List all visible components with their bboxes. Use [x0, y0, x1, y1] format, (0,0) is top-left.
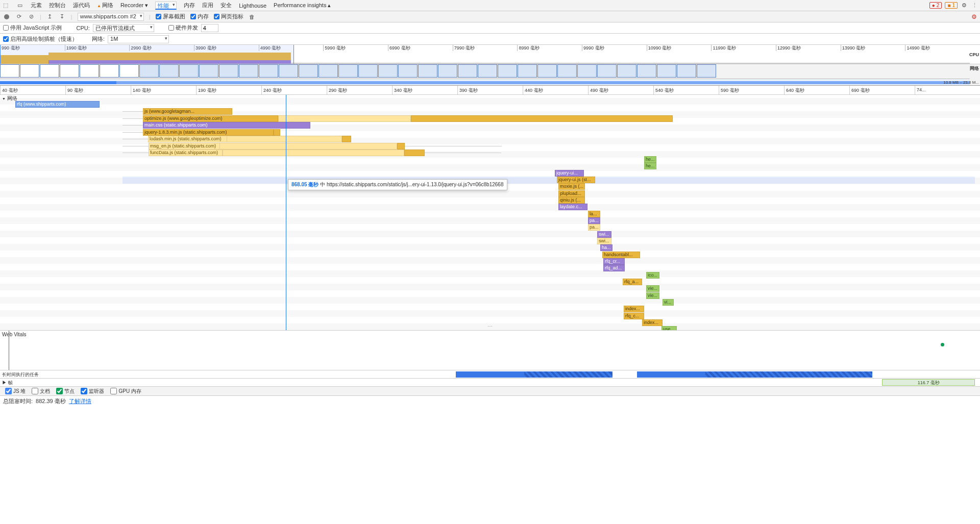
download-icon[interactable]: ↧ — [59, 13, 66, 20]
tab-recorder[interactable]: Recorder ▾ — [120, 2, 148, 9]
target-select[interactable]: www.shipparts.com #2 — [78, 13, 144, 21]
network-request[interactable]: index... — [642, 319, 663, 326]
network-request[interactable]: qiniu.js (... — [558, 197, 585, 204]
network-request-segment[interactable] — [278, 115, 411, 122]
network-request[interactable]: jquery-ui... — [555, 170, 584, 177]
disable-js-checkbox[interactable]: 停用 JavaScript 示例 — [3, 24, 62, 32]
network-request[interactable]: rfq_a... — [623, 279, 642, 285]
flame-chart[interactable]: 40 毫秒90 毫秒140 毫秒190 毫秒240 毫秒290 毫秒340 毫秒… — [0, 86, 980, 331]
web-vitals-lane[interactable]: Web Vitals — [0, 331, 980, 370]
device-icon[interactable]: ▭ — [16, 2, 23, 9]
memory-legend: JS 堆文档节点监听器GPU 内存 — [0, 387, 980, 396]
network-request[interactable]: use... — [662, 326, 677, 331]
tab-perf-insights[interactable]: Performance insights ▴ — [274, 2, 331, 9]
legend-item[interactable]: 节点 — [54, 388, 77, 395]
net-throttle-select[interactable]: 1M — [108, 35, 169, 43]
tab-elements[interactable]: 元素 — [31, 2, 42, 9]
tab-memory[interactable]: 内存 — [184, 2, 195, 9]
network-request[interactable]: handsontabl... — [602, 252, 640, 258]
tbt-value: 882.39 毫秒 — [36, 397, 66, 405]
legend-item[interactable]: 文档 — [30, 388, 52, 395]
network-request-segment[interactable] — [397, 143, 405, 149]
network-request[interactable]: jquery-1.8.3.min.js (static.shipparts.co… — [143, 129, 274, 136]
learn-more-link[interactable]: 了解详情 — [69, 397, 91, 405]
network-request[interactable]: he... — [644, 156, 656, 163]
overview-filmstrip[interactable] — [0, 64, 970, 79]
tab-performance[interactable]: 性能 — [155, 2, 177, 10]
network-request[interactable]: js (www.googletagman... — [143, 108, 232, 115]
network-request[interactable]: funcData.js (static.shipparts.com) — [149, 149, 223, 156]
tab-console[interactable]: 控制台 — [49, 2, 66, 9]
cpu-label: CPU: — [76, 25, 89, 31]
status-bar: 总阻塞时间: 882.39 毫秒 了解详情 — [0, 396, 980, 406]
network-request[interactable]: pa... — [588, 224, 600, 231]
hw-concurrency-input[interactable] — [201, 24, 218, 32]
inspect-icon[interactable]: ⬚ — [2, 2, 9, 9]
screenshot-checkbox[interactable]: 屏幕截图 — [156, 13, 185, 20]
network-request[interactable]: jquery-ui.js (st... — [557, 177, 595, 183]
reload-button[interactable]: ⟳ — [15, 13, 22, 20]
legend-item[interactable]: JS 堆 — [3, 388, 28, 395]
tab-sources[interactable]: 源代码 — [73, 2, 90, 9]
long-tasks-lane[interactable]: 长时间执行的任务 — [0, 370, 980, 379]
webvitals-checkbox[interactable]: 网页指标 — [214, 13, 243, 20]
network-request[interactable]: moxie.js (... — [558, 183, 585, 190]
network-request-segment[interactable] — [404, 149, 425, 156]
network-request-segment[interactable] — [219, 143, 397, 149]
network-request[interactable]: rfq (www.shipparts.com) — [15, 101, 100, 108]
hw-concurrency-checkbox[interactable]: 硬件并发 — [168, 24, 198, 32]
network-request[interactable]: swi... — [597, 231, 611, 238]
paint-instrumentation-checkbox[interactable]: 启用高级绘制插桩（慢速） — [3, 35, 78, 43]
network-request[interactable]: he... — [644, 163, 656, 169]
network-request[interactable]: vie... — [646, 292, 659, 299]
resize-handle[interactable]: ⋯ — [487, 323, 493, 329]
trash-icon[interactable]: 🗑 — [249, 13, 256, 20]
network-request[interactable]: ha... — [600, 244, 612, 251]
clear-button[interactable]: ⊘ — [28, 13, 35, 20]
legend-item[interactable]: 监听器 — [79, 388, 106, 395]
network-request[interactable]: swi... — [597, 238, 611, 244]
network-request[interactable]: rfq_cr... — [603, 258, 625, 265]
vitals-marker — [941, 343, 944, 346]
network-request[interactable]: lodash.min.js (static.shipparts.com) — [148, 136, 227, 142]
memory-checkbox[interactable]: 内存 — [190, 13, 209, 20]
network-request[interactable]: main.css (static.shipparts.com) — [143, 122, 310, 129]
settings-icon[interactable]: ⚙ — [961, 2, 968, 9]
network-request[interactable]: pa... — [588, 217, 600, 224]
cpu-throttle-select[interactable]: 已停用节流模式 — [93, 24, 154, 32]
network-request[interactable]: vi... — [663, 299, 674, 306]
legend-item[interactable]: GPU 内存 — [108, 388, 143, 395]
capture-settings-icon[interactable]: ⚙ — [971, 13, 977, 20]
network-request[interactable]: laydate.c... — [558, 204, 587, 210]
network-request[interactable]: ico... — [646, 272, 659, 279]
warning-count[interactable]: 1 — [945, 2, 958, 9]
current-time-marker — [286, 95, 286, 330]
network-request-segment[interactable] — [411, 115, 673, 122]
network-request[interactable]: vie... — [646, 285, 659, 292]
network-request[interactable]: rfq_c... — [624, 313, 644, 319]
overview-net-label: 网络 — [970, 65, 979, 72]
tab-lighthouse[interactable]: Lighthouse — [239, 3, 266, 9]
more-icon[interactable]: ⋮ — [971, 2, 978, 9]
record-button[interactable] — [3, 13, 10, 20]
tab-security[interactable]: 安全 — [220, 2, 232, 9]
overview-mem-range: 10.8 MB – 23.8 M... — [943, 80, 979, 85]
network-request-segment[interactable] — [274, 129, 280, 136]
network-request[interactable]: plupload... — [558, 190, 585, 197]
tab-application[interactable]: 应用 — [202, 2, 213, 9]
devtools-tabs: ⬚ ▭ 元素 控制台 源代码 网络 Recorder ▾ 性能 内存 应用 安全… — [0, 0, 980, 11]
tab-network[interactable]: 网络 — [97, 2, 113, 9]
network-request[interactable]: rfq_ad... — [603, 265, 625, 271]
error-count[interactable]: 2 — [929, 2, 942, 9]
overview-pane[interactable]: 990 毫秒1990 毫秒2990 毫秒3990 毫秒4990 毫秒5990 毫… — [0, 45, 980, 86]
network-request[interactable]: la... — [588, 211, 600, 217]
network-request-segment[interactable] — [223, 149, 404, 156]
overview-memory — [0, 79, 970, 85]
frames-lane[interactable]: ▶ 帧 116.7 毫秒 — [0, 379, 980, 387]
network-request-segment[interactable] — [342, 136, 351, 142]
network-request[interactable]: index... — [624, 306, 644, 312]
upload-icon[interactable]: ↥ — [46, 13, 54, 20]
network-request[interactable]: optimize.js (www.googleoptimize.com) — [143, 115, 278, 122]
network-request[interactable]: msg_en.js (static.shipparts.com) — [149, 143, 220, 149]
network-request-segment[interactable] — [227, 136, 342, 142]
